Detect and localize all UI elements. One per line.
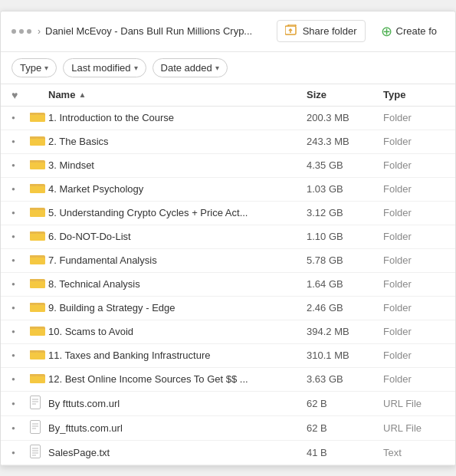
filter-last-modified-chevron: ▾	[134, 64, 138, 72]
row-type: Folder	[383, 207, 445, 218]
dot-1	[11, 29, 16, 34]
table-row[interactable]: ● SalesPage.txt 41 B Text	[1, 441, 455, 465]
row-name: 4. Market Psychology	[48, 183, 307, 195]
header-bar: › Daniel McEvoy - Dans Bull Run Millions…	[1, 11, 455, 52]
url-file-icon	[30, 396, 48, 412]
folder-icon	[30, 110, 48, 126]
share-folder-icon	[285, 25, 299, 38]
row-dot: ●	[11, 304, 30, 311]
filter-date-added-chevron: ▾	[215, 64, 219, 72]
url-file-icon	[30, 420, 48, 436]
svg-rect-42	[31, 420, 41, 433]
row-dot: ●	[11, 233, 30, 240]
filter-type-label: Type	[20, 62, 41, 74]
col-icon-placeholder	[30, 89, 48, 101]
row-name: 8. Technical Analysis	[48, 278, 307, 290]
folder-icon	[30, 182, 48, 197]
table-row[interactable]: ● 4. Market Psychology 1.03 GB Folder	[1, 178, 455, 202]
folder-icon	[30, 134, 48, 149]
table-row[interactable]: ● 1. Introduction to the Course 200.3 MB…	[1, 107, 455, 130]
main-window: › Daniel McEvoy - Dans Bull Run Millions…	[0, 11, 456, 466]
row-type: Text	[383, 447, 445, 458]
table-row[interactable]: ● 8. Technical Analysis 1.64 GB Folder	[1, 273, 455, 297]
table-row[interactable]: ● 6. Do-NOT-Do-List 1.10 GB Folder	[1, 225, 455, 249]
row-name: 11. Taxes and Banking Infrastructure	[48, 350, 307, 361]
row-size: 62 B	[307, 422, 383, 434]
svg-rect-19	[30, 231, 37, 234]
filter-last-modified-button[interactable]: Last modified ▾	[63, 58, 146, 77]
row-size: 1.03 GB	[307, 183, 383, 195]
share-folder-button[interactable]: Share folder	[277, 20, 366, 42]
row-name: 12. Best Online Income Sources To Get $$…	[48, 373, 307, 385]
row-size: 41 B	[307, 447, 383, 458]
row-size: 5.78 GB	[307, 254, 383, 266]
filter-type-button[interactable]: Type ▾	[11, 58, 57, 77]
col-type-header: Type	[383, 89, 445, 101]
row-size: 1.10 GB	[307, 231, 383, 242]
table-row[interactable]: ● By_fttuts.com.url 62 B URL File	[1, 416, 455, 441]
create-folder-label: Create fo	[396, 25, 437, 37]
row-name: 6. Do-NOT-Do-List	[48, 231, 307, 242]
filter-last-modified-label: Last modified	[71, 62, 130, 74]
row-dot: ●	[11, 376, 30, 382]
row-name: 3. Mindset	[48, 159, 307, 171]
svg-rect-34	[30, 350, 37, 353]
row-type: Folder	[383, 183, 445, 195]
share-folder-label: Share folder	[303, 25, 357, 37]
row-type: Folder	[383, 302, 445, 314]
row-dot: ●	[11, 162, 30, 169]
svg-rect-16	[30, 208, 37, 210]
table-row[interactable]: ● 2. The Basics 243.3 MB Folder	[1, 130, 455, 154]
text-file-icon	[30, 445, 48, 461]
row-size: 200.3 MB	[307, 112, 383, 123]
dot-3	[27, 29, 31, 34]
name-sort-icon: ▲	[78, 90, 86, 99]
folder-icon	[30, 205, 48, 221]
folder-icon	[30, 158, 48, 173]
row-dot: ●	[11, 400, 30, 407]
filter-type-chevron: ▾	[44, 64, 48, 72]
folder-icon	[30, 348, 48, 363]
row-name: 5. Understanding Crypto Cycles + Price A…	[48, 207, 307, 218]
svg-rect-25	[30, 279, 37, 281]
row-dot: ●	[11, 425, 30, 432]
table-row[interactable]: ● 9. Building a Strategy - Edge 2.46 GB …	[1, 297, 455, 320]
row-name: 2. The Basics	[48, 136, 307, 147]
row-size: 394.2 MB	[307, 326, 383, 337]
table-row[interactable]: ● 12. Best Online Income Sources To Get …	[1, 368, 455, 392]
filter-bar: Type ▾ Last modified ▾ Date added ▾	[1, 52, 455, 84]
row-dot: ●	[11, 328, 30, 335]
dot-2	[19, 29, 24, 34]
svg-rect-13	[30, 184, 37, 186]
row-size: 3.63 GB	[307, 373, 383, 385]
filter-date-added-button[interactable]: Date added ▾	[153, 58, 228, 77]
folder-icon	[30, 300, 48, 316]
col-name-header[interactable]: Name ▲	[48, 89, 307, 101]
row-size: 310.1 MB	[307, 350, 383, 361]
folder-icon	[30, 253, 48, 268]
table-row[interactable]: ● By fttuts.com.url 62 B URL File	[1, 392, 455, 416]
row-name: 9. Building a Strategy - Edge	[48, 302, 307, 314]
row-type: Folder	[383, 136, 445, 147]
svg-rect-7	[30, 136, 37, 139]
row-size: 4.35 GB	[307, 159, 383, 171]
svg-rect-4	[30, 113, 37, 115]
table-row[interactable]: ● 7. Fundamental Analysis 5.78 GB Folder	[1, 249, 455, 273]
table-row[interactable]: ● 3. Mindset 4.35 GB Folder	[1, 154, 455, 178]
row-dot: ●	[11, 257, 30, 264]
row-dot: ●	[11, 114, 30, 121]
table-row[interactable]: ● 5. Understanding Crypto Cycles + Price…	[1, 202, 455, 225]
row-name: 1. Introduction to the Course	[48, 112, 307, 123]
row-size: 62 B	[307, 398, 383, 409]
row-dot: ●	[11, 138, 30, 145]
row-size: 243.3 MB	[307, 136, 383, 147]
filter-date-added-label: Date added	[161, 62, 212, 74]
row-type: Folder	[383, 373, 445, 385]
create-folder-button[interactable]: ⊕ Create fo	[373, 19, 445, 44]
file-list: ● 1. Introduction to the Course 200.3 MB…	[1, 107, 455, 465]
table-row[interactable]: ● 10. Scams to Avoid 394.2 MB Folder	[1, 320, 455, 344]
table-row[interactable]: ● 11. Taxes and Banking Infrastructure 3…	[1, 344, 455, 368]
folder-icon	[30, 372, 48, 387]
row-type: URL File	[383, 422, 445, 434]
svg-rect-31	[30, 327, 37, 329]
